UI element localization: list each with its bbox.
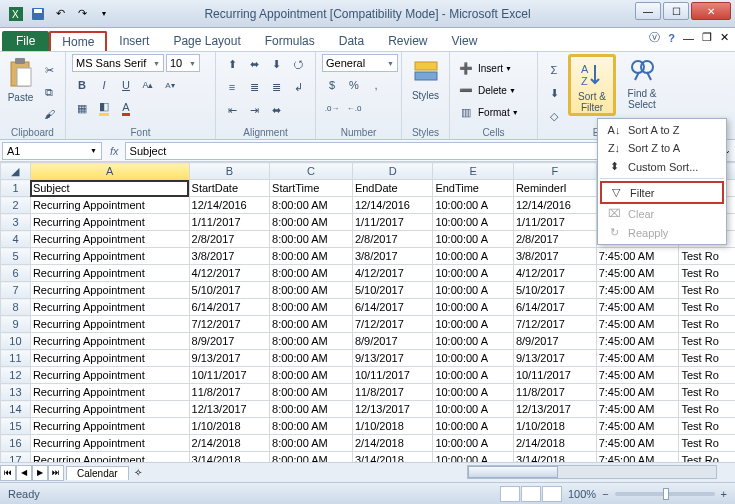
dd-filter[interactable]: ▽Filter xyxy=(600,181,724,204)
view-pagebreak-icon[interactable] xyxy=(542,486,562,502)
cell[interactable]: StartDate xyxy=(189,180,270,197)
decrease-font-icon[interactable]: A▾ xyxy=(160,75,180,95)
cell[interactable]: 1/10/2018 xyxy=(352,418,433,435)
cell[interactable]: 8:00:00 AM xyxy=(270,197,353,214)
cell[interactable]: 10:00:00 A xyxy=(433,418,514,435)
cell[interactable]: Test Ro xyxy=(679,316,735,333)
name-box[interactable]: A1▼ xyxy=(2,142,102,160)
cell[interactable]: Test Ro xyxy=(679,265,735,282)
cell[interactable]: 1/11/2017 xyxy=(352,214,433,231)
border-button[interactable]: ▦ xyxy=(72,98,92,118)
merge-center-icon[interactable]: ⬌ xyxy=(266,100,286,120)
sort-filter-button[interactable]: AZ Sort & Filter xyxy=(568,54,616,116)
cell[interactable]: 3/8/2017 xyxy=(513,248,596,265)
paste-button[interactable]: Paste xyxy=(6,54,35,103)
fill-icon[interactable]: ⬇ xyxy=(544,83,564,103)
tab-review[interactable]: Review xyxy=(376,31,439,51)
qat-more-icon[interactable]: ▼ xyxy=(94,4,114,24)
tab-file[interactable]: File xyxy=(2,31,49,51)
view-normal-icon[interactable] xyxy=(500,486,520,502)
accounting-format-icon[interactable]: $ xyxy=(322,75,342,95)
horizontal-scrollbar[interactable] xyxy=(467,465,717,479)
view-layout-icon[interactable] xyxy=(521,486,541,502)
zoom-slider[interactable] xyxy=(615,492,715,496)
cell[interactable]: 10/11/2017 xyxy=(513,367,596,384)
cell[interactable]: Recurring Appointment xyxy=(30,248,189,265)
cell[interactable]: Test Ro xyxy=(679,418,735,435)
italic-button[interactable]: I xyxy=(94,75,114,95)
cell[interactable]: 6/14/2017 xyxy=(352,299,433,316)
cell[interactable]: Test Ro xyxy=(679,333,735,350)
dd-custom-sort[interactable]: ⬍Custom Sort... xyxy=(600,157,724,176)
align-center-icon[interactable]: ≣ xyxy=(244,77,264,97)
scroll-thumb[interactable] xyxy=(468,466,558,478)
row-header[interactable]: 10 xyxy=(1,333,31,350)
cell[interactable]: 8:00:00 AM xyxy=(270,367,353,384)
row-header[interactable]: 1 xyxy=(1,180,31,197)
sheet-nav-last[interactable]: ⏭ xyxy=(48,465,64,481)
cell[interactable]: Test Ro xyxy=(679,435,735,452)
cell[interactable]: Recurring Appointment xyxy=(30,265,189,282)
cell[interactable]: Test Ro xyxy=(679,282,735,299)
cell[interactable]: 7:45:00 AM xyxy=(596,316,679,333)
increase-font-icon[interactable]: A▴ xyxy=(138,75,158,95)
cell[interactable]: 10:00:00 A xyxy=(433,316,514,333)
autosum-icon[interactable]: Σ xyxy=(544,60,564,80)
sheet-nav-first[interactable]: ⏮ xyxy=(0,465,16,481)
cell[interactable]: 2/8/2017 xyxy=(189,231,270,248)
cell[interactable]: 7:45:00 AM xyxy=(596,299,679,316)
cell[interactable]: 8:00:00 AM xyxy=(270,350,353,367)
row-header[interactable]: 3 xyxy=(1,214,31,231)
cell[interactable]: ReminderI xyxy=(513,180,596,197)
cell[interactable]: 12/14/2016 xyxy=(513,197,596,214)
dd-sort-za[interactable]: Z↓Sort Z to A xyxy=(600,139,724,157)
select-all-button[interactable]: ◢ xyxy=(1,163,31,180)
cell[interactable]: Recurring Appointment xyxy=(30,333,189,350)
number-format-select[interactable]: General▼ xyxy=(322,54,398,72)
wrap-text-icon[interactable]: ↲ xyxy=(288,77,308,97)
row-header[interactable]: 5 xyxy=(1,248,31,265)
cell[interactable]: 10:00:00 A xyxy=(433,214,514,231)
cell[interactable]: Test Ro xyxy=(679,384,735,401)
cell[interactable]: StartTime xyxy=(270,180,353,197)
clear-icon[interactable]: ◇ xyxy=(544,106,564,126)
cell[interactable]: Recurring Appointment xyxy=(30,401,189,418)
cell[interactable]: 8:00:00 AM xyxy=(270,384,353,401)
new-sheet-icon[interactable]: ✧ xyxy=(129,467,147,478)
cut-icon[interactable]: ✂ xyxy=(39,60,59,80)
cell[interactable]: 3/8/2017 xyxy=(352,248,433,265)
row-header[interactable]: 8 xyxy=(1,299,31,316)
col-header-a[interactable]: A xyxy=(30,163,189,180)
sheet-tab-calendar[interactable]: Calendar xyxy=(66,466,129,480)
cell[interactable]: 10:00:00 A xyxy=(433,231,514,248)
cell[interactable]: 8:00:00 AM xyxy=(270,248,353,265)
cell[interactable]: 7:45:00 AM xyxy=(596,452,679,463)
cell[interactable]: 10:00:00 A xyxy=(433,248,514,265)
col-header-f[interactable]: F xyxy=(513,163,596,180)
cell[interactable]: 6/14/2017 xyxy=(513,299,596,316)
minimize-ribbon-icon[interactable]: ⓥ xyxy=(649,30,660,45)
increase-decimal-icon[interactable]: .0→ xyxy=(322,98,342,118)
decrease-decimal-icon[interactable]: ←.0 xyxy=(344,98,364,118)
cell[interactable]: 2/8/2017 xyxy=(352,231,433,248)
cell[interactable]: 8:00:00 AM xyxy=(270,299,353,316)
row-header[interactable]: 11 xyxy=(1,350,31,367)
row-header[interactable]: 12 xyxy=(1,367,31,384)
cell[interactable]: 7:45:00 AM xyxy=(596,418,679,435)
tab-formulas[interactable]: Formulas xyxy=(253,31,327,51)
cell[interactable]: 2/8/2017 xyxy=(513,231,596,248)
cell[interactable]: 7:45:00 AM xyxy=(596,367,679,384)
cell[interactable]: 2/14/2018 xyxy=(352,435,433,452)
cell[interactable]: 10:00:00 A xyxy=(433,265,514,282)
sheet-nav-next[interactable]: ▶ xyxy=(32,465,48,481)
cell[interactable]: 7/12/2017 xyxy=(513,316,596,333)
col-header-b[interactable]: B xyxy=(189,163,270,180)
sheet-nav-prev[interactable]: ◀ xyxy=(16,465,32,481)
cell[interactable]: 7:45:00 AM xyxy=(596,350,679,367)
cell[interactable]: 8:00:00 AM xyxy=(270,282,353,299)
zoom-in-button[interactable]: + xyxy=(721,488,727,500)
cell[interactable]: 7:45:00 AM xyxy=(596,333,679,350)
row-header[interactable]: 9 xyxy=(1,316,31,333)
row-header[interactable]: 4 xyxy=(1,231,31,248)
save-icon[interactable] xyxy=(28,4,48,24)
